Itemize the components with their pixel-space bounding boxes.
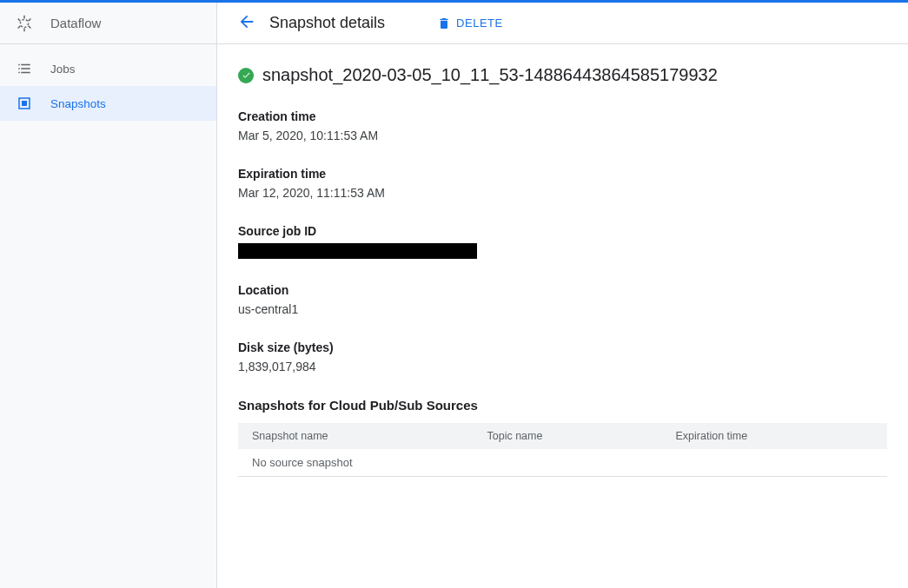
page-title: Snapshot details [269, 14, 385, 32]
dataflow-product-icon [14, 13, 35, 34]
field-creation-time: Creation time Mar 5, 2020, 10:11:53 AM [238, 109, 887, 142]
field-value: us-central1 [238, 302, 887, 316]
svg-line-6 [29, 18, 31, 21]
column-header-topic-name[interactable]: Topic name [473, 423, 661, 449]
field-disk-size: Disk size (bytes) 1,839,017,984 [238, 340, 887, 373]
svg-line-5 [18, 25, 21, 28]
field-label: Disk size (bytes) [238, 340, 887, 354]
snapshot-name: snapshot_2020-03-05_10_11_53-14886443864… [262, 65, 718, 85]
main-content: Snapshot details DELETE snapshot_2020-03… [217, 3, 908, 588]
sidebar: Dataflow Jobs [0, 3, 217, 588]
field-label: Location [238, 283, 887, 297]
empty-message: No source snapshot [238, 449, 887, 477]
trash-icon [437, 17, 451, 30]
status-success-icon [238, 68, 254, 83]
delete-button[interactable]: DELETE [437, 17, 503, 30]
delete-label: DELETE [456, 17, 503, 30]
svg-line-3 [18, 18, 21, 21]
sidebar-item-snapshots[interactable]: Snapshots [0, 86, 216, 121]
pubsub-section-title: Snapshots for Cloud Pub/Sub Sources [238, 398, 887, 413]
main-layout: Dataflow Jobs [0, 3, 908, 588]
arrow-back-icon [237, 12, 256, 35]
field-value: Mar 5, 2020, 10:11:53 AM [238, 129, 887, 142]
svg-line-4 [29, 25, 31, 28]
field-value: 1,839,017,984 [238, 360, 887, 373]
pubsub-table: Snapshot name Topic name Expiration time… [238, 423, 887, 477]
product-name: Dataflow [50, 16, 101, 30]
field-value: Mar 12, 2020, 11:11:53 AM [238, 186, 887, 200]
table-header-row: Snapshot name Topic name Expiration time [238, 423, 887, 449]
field-location: Location us-central1 [238, 283, 887, 316]
svg-rect-9 [18, 68, 20, 69]
svg-rect-14 [23, 102, 27, 106]
field-label: Creation time [238, 109, 887, 123]
back-button[interactable] [231, 8, 262, 39]
svg-point-0 [20, 19, 28, 27]
column-header-expiration-time[interactable]: Expiration time [662, 423, 887, 449]
sidebar-item-jobs[interactable]: Jobs [0, 51, 216, 86]
field-expiration-time: Expiration time Mar 12, 2020, 11:11:53 A… [238, 167, 887, 200]
sidebar-item-label: Snapshots [50, 97, 106, 110]
jobs-list-icon [14, 58, 35, 79]
content-area: snapshot_2020-03-05_10_11_53-14886443864… [217, 44, 908, 588]
snapshot-name-row: snapshot_2020-03-05_10_11_53-14886443864… [238, 65, 887, 85]
field-source-job-id: Source job ID [238, 224, 887, 259]
sidebar-nav: Jobs Snapshots [0, 44, 216, 121]
field-label: Expiration time [238, 167, 887, 181]
redacted-value [238, 243, 477, 259]
svg-rect-7 [18, 64, 20, 66]
field-label: Source job ID [238, 224, 887, 238]
main-header: Snapshot details DELETE [217, 3, 908, 44]
table-row-empty: No source snapshot [238, 449, 887, 477]
svg-rect-11 [18, 72, 20, 74]
sidebar-item-label: Jobs [50, 63, 76, 76]
sidebar-header: Dataflow [0, 3, 216, 44]
snapshots-icon [14, 93, 35, 114]
svg-rect-12 [21, 72, 30, 74]
column-header-snapshot-name[interactable]: Snapshot name [238, 423, 473, 449]
svg-rect-10 [21, 68, 30, 69]
svg-rect-8 [21, 64, 30, 66]
